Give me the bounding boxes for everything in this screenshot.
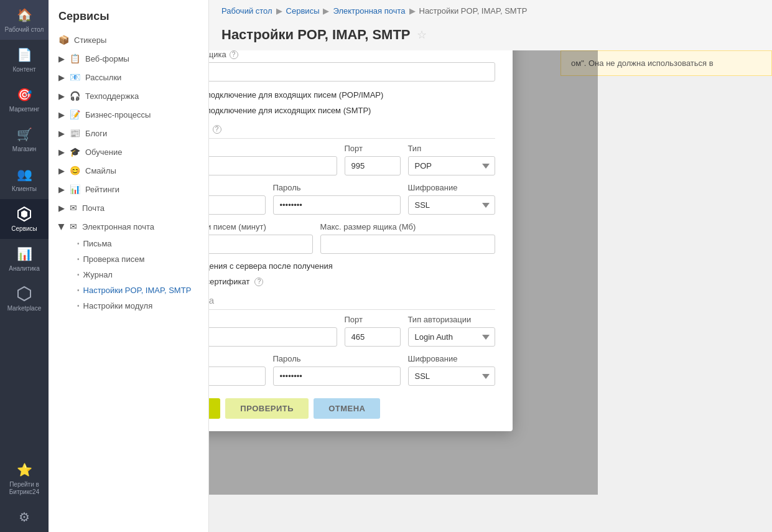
nav-training[interactable]: ▶ 🎓 Обучение [49, 142, 208, 161]
no-cert-row: Не проверять сертификат ? [209, 277, 495, 286]
mailings-icon: 📧 [70, 72, 80, 82]
nav-bprocess[interactable]: ▶ 📝 Бизнес-процессы [49, 105, 208, 124]
training-icon: 🎓 [70, 147, 80, 157]
home-icon: 🏠 [16, 6, 33, 24]
outgoing-server-input[interactable] [209, 327, 337, 347]
outgoing-auth-col: Тип авторизации Login Auth Plain CRAM-MD… [408, 315, 495, 347]
bprocess-arrow: ▶ [58, 110, 65, 119]
breadcrumb-desktop[interactable]: Рабочий стол [221, 6, 272, 16]
sidebar-item-services[interactable]: Сервисы [0, 199, 49, 239]
content-wrapper: Рабочий стол ▶ Сервисы ▶ Электронная поч… [209, 0, 772, 532]
outgoing-port-input[interactable] [345, 327, 401, 347]
incoming-login-input[interactable] [209, 195, 266, 215]
max-size-col: Макс. размер ящика (Мб) [320, 222, 495, 254]
incoming-type-label: Тип [408, 144, 495, 153]
sidebar-item-clients[interactable]: 👥 Клиенты [0, 159, 49, 199]
outgoing-encryption-label: Шифрование [408, 354, 495, 363]
outgoing-login-input[interactable] [209, 366, 266, 386]
incoming-server-input[interactable] [209, 156, 337, 175]
nav-ratings[interactable]: ▶ 📊 Рейтинги [49, 180, 208, 198]
ratings-arrow: ▶ [58, 185, 65, 194]
incoming-port-input[interactable] [345, 156, 401, 175]
outgoing-label: Использовать подключение для исходящих п… [209, 106, 371, 115]
incoming-encryption-select[interactable]: SSL TLS None [408, 195, 495, 215]
no-cert-label: Не проверять сертификат [209, 277, 249, 286]
app-body: Сервисы 📦 Стикеры ▶ 📋 Веб-формы ▶ 📧 Расс… [49, 0, 772, 532]
smileys-arrow: ▶ [58, 166, 65, 175]
webforms-icon: 📋 [70, 54, 80, 63]
incoming-password-input[interactable] [273, 195, 401, 215]
favorite-icon[interactable]: ☆ [417, 28, 427, 42]
save-button[interactable]: СОХРАНИТЬ [209, 398, 220, 419]
settings-icon: ⚙ [16, 508, 33, 526]
left-sidebar: 🏠 Рабочий стол 📄 Контент 🎯 Маркетинг 🛒 М… [0, 0, 49, 532]
modal-overlay: Активность ? Адрес почтового ящика ? [209, 50, 598, 495]
interval-col: Интервал проверки писем (минут) [209, 222, 313, 254]
outgoing-server-col: Адрес сервера [209, 315, 337, 347]
incoming-type-select[interactable]: POP IMAP [408, 156, 495, 175]
cancel-button[interactable]: ОТМЕНА [314, 398, 380, 419]
marketplace-icon [16, 285, 33, 302]
outgoing-creds-row: Логин Пароль Шифрование SSL TLS [209, 354, 495, 386]
outgoing-auth-label: Тип авторизации [408, 315, 495, 324]
incoming-checkbox-row: Использовать подключение для входящих пи… [209, 90, 495, 100]
services-icon [16, 205, 33, 223]
sub-item-journal[interactable]: Журнал [72, 267, 208, 282]
sidebar-item-content[interactable]: 📄 Контент [0, 40, 49, 80]
nav-webforms[interactable]: ▶ 📋 Веб-формы [49, 49, 208, 68]
email-sub-items: Письма Проверка писем Журнал Настройки P… [49, 236, 208, 314]
sidebar-item-shop[interactable]: 🛒 Магазин [0, 119, 49, 159]
sidebar-item-bitrix[interactable]: ⭐ Перейти в Битрикс24 [0, 455, 49, 502]
outgoing-auth-select[interactable]: Login Auth Plain CRAM-MD5 [408, 327, 495, 347]
incoming-encryption-label: Шифрование [408, 183, 495, 192]
check-button[interactable]: ПРОВЕРИТЬ [225, 398, 309, 419]
webforms-arrow: ▶ [58, 54, 65, 63]
sidebar-item-marketing[interactable]: 🎯 Маркетинг [0, 80, 49, 119]
nav-email[interactable]: ▶ ✉ Электронная почта [49, 217, 208, 236]
nav-smileys[interactable]: ▶ 😊 Смайлы [49, 161, 208, 180]
svg-marker-2 [18, 287, 30, 301]
sidebar-item-marketplace[interactable]: Marketplace [0, 279, 49, 319]
sidebar-item-desktop[interactable]: 🏠 Рабочий стол [0, 0, 49, 40]
incoming-password-label: Пароль [273, 183, 401, 192]
breadcrumb-email[interactable]: Электронная почта [333, 6, 405, 16]
outgoing-checkbox-row: Использовать подключение для исходящих п… [209, 106, 495, 115]
sidebar-label-marketing: Маркетинг [9, 106, 40, 113]
no-cert-help-icon[interactable]: ? [254, 278, 263, 286]
interval-input[interactable] [209, 235, 313, 254]
email-address-help-icon[interactable]: ? [230, 50, 238, 59]
blogs-icon: 📰 [70, 128, 80, 138]
incoming-help-icon[interactable]: ? [213, 125, 221, 134]
sidebar-item-settings[interactable]: ⚙ [0, 502, 49, 532]
incoming-section-heading: Входящая почта ? [209, 124, 495, 139]
delete-messages-label: Удалять сообщения с сервера после получе… [209, 261, 333, 271]
modal-dialog: Активность ? Адрес почтового ящика ? [209, 50, 513, 431]
interval-label: Интервал проверки писем (минут) [209, 222, 313, 231]
delete-messages-row: Удалять сообщения с сервера после получе… [209, 261, 495, 271]
sub-item-module-settings[interactable]: Настройки модуля [72, 298, 208, 314]
sub-item-letters[interactable]: Письма [72, 236, 208, 251]
page-content: ом". Она не должна использоваться в Акти… [209, 50, 772, 532]
incoming-port-col: Порт [345, 144, 401, 175]
email-address-input[interactable] [209, 62, 495, 82]
max-size-input[interactable] [320, 235, 495, 254]
breadcrumb-services[interactable]: Сервисы [286, 6, 320, 16]
nav-blogs[interactable]: ▶ 📰 Блоги [49, 124, 208, 142]
max-size-label: Макс. размер ящика (Мб) [320, 222, 495, 231]
sub-item-pop-imap-smtp[interactable]: Настройки POP, IMAP, SMTP [72, 282, 208, 298]
sub-item-check-mail[interactable]: Проверка писем [72, 251, 208, 267]
nav-support[interactable]: ▶ 🎧 Техподдержка [49, 86, 208, 105]
outgoing-password-input[interactable] [273, 366, 401, 386]
sidebar-label-content: Контент [12, 66, 35, 73]
nav-mailings[interactable]: ▶ 📧 Рассылки [49, 68, 208, 86]
bitrix-icon: ⭐ [16, 461, 33, 478]
email-address-label: Адрес почтового ящика ? [209, 50, 495, 59]
ratings-icon: 📊 [70, 184, 80, 194]
incoming-login-label: Логин [209, 183, 266, 192]
nav-mail[interactable]: ▶ ✉ Почта [49, 198, 208, 217]
outgoing-encryption-select[interactable]: SSL TLS None [408, 366, 495, 386]
breadcrumb-current: Настройки POP, IMAP, SMTP [419, 6, 528, 16]
nav-stickers[interactable]: 📦 Стикеры [49, 30, 208, 49]
nav-section: 📦 Стикеры ▶ 📋 Веб-формы ▶ 📧 Рассылки ▶ 🎧… [49, 30, 208, 314]
sidebar-item-analytics[interactable]: 📊 Аналитика [0, 239, 49, 279]
